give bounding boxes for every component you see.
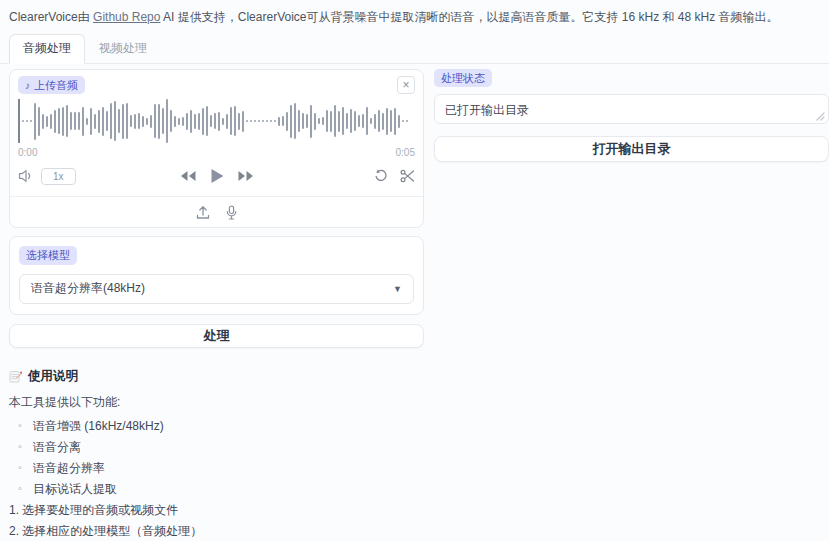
waveform-bar [98, 110, 100, 133]
waveform-cursor [18, 99, 20, 143]
waveform-bar [150, 115, 152, 128]
status-label: 处理状态 [434, 69, 492, 87]
waveform-bar [86, 118, 88, 125]
tab-audio-processing[interactable]: 音频处理 [9, 34, 85, 64]
waveform-bar [122, 104, 124, 139]
waveform-bar [182, 117, 184, 126]
waveform-bar [74, 112, 76, 130]
waveform-bar [266, 120, 268, 122]
volume-icon[interactable] [18, 169, 34, 183]
github-repo-link[interactable]: Github Repo [93, 10, 160, 24]
transport-controls [179, 168, 254, 184]
waveform-bar [134, 114, 136, 129]
model-dropdown[interactable]: 语音超分辨率(48kHz) ▼ [19, 274, 414, 304]
waveform-bar [402, 120, 404, 122]
waveform-bar [366, 107, 368, 135]
waveform-bar [298, 110, 300, 132]
waveform-bar [374, 114, 376, 129]
volume-controls: 1x [18, 168, 76, 185]
waveform-bar [54, 110, 56, 133]
audio-source-selector [10, 196, 423, 227]
waveform-bar [394, 108, 396, 135]
microphone-icon[interactable] [226, 205, 237, 220]
waveform-bar [130, 115, 132, 127]
waveform-bar [162, 108, 164, 134]
waveform-bar [170, 110, 172, 132]
app-description: ClearerVoice由 Github Repo AI 提供支持，Cleare… [0, 0, 829, 25]
waveform-bar [378, 110, 380, 132]
waveform-bar [278, 117, 280, 126]
upload-audio-label-text: 上传音频 [34, 78, 78, 92]
playback-speed-button[interactable]: 1x [41, 168, 76, 185]
waveform-bar [262, 120, 264, 122]
waveform-bar [114, 101, 116, 141]
waveform-bar [358, 115, 360, 127]
waveform-bar [206, 106, 208, 136]
waveform-bar [406, 120, 408, 122]
waveform-bar [118, 109, 120, 133]
waveform[interactable] [18, 97, 415, 145]
usage-instructions-title: 使用说明 [28, 368, 78, 385]
waveform-bar [226, 114, 228, 129]
waveform-bar [286, 112, 288, 131]
waveform-bar [202, 108, 204, 135]
waveform-bar [330, 111, 332, 132]
waveform-bar [198, 113, 200, 130]
skip-forward-icon[interactable] [237, 170, 254, 182]
waveform-bar [290, 105, 292, 138]
chevron-down-icon: ▼ [393, 284, 402, 294]
waveform-bar [218, 112, 220, 131]
model-dropdown-value: 语音超分辨率(48kHz) [31, 280, 145, 297]
status-textbox[interactable]: 已打开输出目录 [434, 94, 829, 124]
waveform-bar [34, 103, 36, 140]
skip-back-icon[interactable] [179, 170, 196, 182]
waveform-bar [294, 103, 296, 139]
waveform-bar [110, 103, 112, 139]
play-icon[interactable] [209, 168, 224, 184]
upload-icon[interactable] [196, 205, 210, 220]
waveform-bar [66, 105, 68, 137]
waveform-bar [318, 118, 320, 124]
waveform-bar [390, 110, 392, 132]
feature-item: 语音增强 (16kHz/48kHz) [9, 419, 819, 434]
waveform-bar [38, 107, 40, 136]
tab-bar: 音频处理 视频处理 [0, 34, 829, 64]
process-button[interactable]: 处理 [9, 324, 424, 348]
waveform-bar [398, 115, 400, 128]
waveform-bar [302, 113, 304, 129]
waveform-bar [386, 108, 388, 135]
step-item: 2. 选择相应的处理模型（音频处理） [9, 524, 819, 539]
waveform-bar [106, 111, 108, 131]
waveform-bar [174, 116, 176, 127]
upload-audio-label: ♪ 上传音频 [18, 76, 85, 94]
open-output-button[interactable]: 打开输出目录 [434, 136, 829, 162]
waveform-bar [142, 116, 144, 127]
waveform-bar [258, 120, 260, 122]
waveform-bar [246, 120, 248, 122]
feature-list: 语音增强 (16kHz/48kHz) 语音分离 语音超分辨率 目标说话人提取 [9, 419, 819, 497]
resize-handle-icon[interactable] [816, 112, 825, 121]
time-duration: 0:05 [396, 147, 415, 158]
waveform-bar [102, 107, 104, 136]
tab-video-processing[interactable]: 视频处理 [85, 34, 161, 64]
waveform-bar [154, 104, 156, 138]
waveform-bar [46, 116, 48, 127]
app-description-suffix: AI 提供支持，ClearerVoice可从背景噪音中提取清晰的语音，以提高语音… [160, 10, 778, 24]
close-icon[interactable]: × [397, 76, 415, 94]
edit-controls [374, 169, 415, 183]
time-current: 0:00 [18, 147, 37, 158]
feature-item: 目标说话人提取 [9, 482, 819, 497]
waveform-bar [146, 118, 148, 125]
waveform-bar [90, 108, 92, 135]
waveform-bar [194, 114, 196, 129]
reset-icon[interactable] [374, 169, 388, 183]
waveform-bar [214, 113, 216, 129]
waveform-bar [210, 115, 212, 127]
waveform-bar [250, 120, 252, 122]
waveform-bar [274, 120, 276, 122]
waveform-bar [350, 109, 352, 133]
waveform-bar [346, 113, 348, 129]
waveform-bar [62, 107, 64, 136]
waveform-bar [58, 108, 60, 134]
trim-scissors-icon[interactable] [400, 169, 415, 183]
